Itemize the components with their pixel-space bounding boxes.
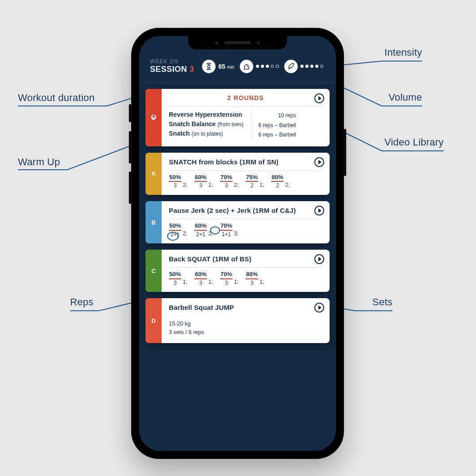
annotation-intensity: Intensity [384, 47, 422, 58]
plain-line-2: 3 sets / 6 reps [169, 328, 322, 337]
app-screen: WEEK 2/5 SESSION 3 65 min [139, 36, 336, 451]
exercise-title: Back SQUAT (1RM of BS) [169, 255, 322, 263]
card-block-d[interactable]: D Barbell Squat JUMP 15-20 kg 3 sets / 6… [145, 298, 330, 343]
annotation-warmup: Warm Up [18, 156, 60, 168]
play-button[interactable] [314, 303, 324, 313]
play-button[interactable] [314, 93, 324, 103]
play-button[interactable] [314, 254, 324, 264]
rounds-label: 2 ROUNDS [169, 94, 322, 101]
rocket-icon [284, 60, 298, 73]
session-title: SESSION 3 [150, 65, 194, 74]
stat-volume [284, 60, 323, 73]
card-block-a[interactable]: A SNATCH from blocks (1RM of SN) 50%32;6… [145, 153, 330, 195]
week-label: WEEK 2/5 [150, 58, 194, 65]
warmup-exercise-names: Reverse Hyperextension Snatch Balance (f… [169, 110, 243, 140]
intensity-dots [256, 65, 279, 68]
plain-line-1: 15-20 kg [169, 320, 322, 328]
phone-frame: WEEK 2/5 SESSION 3 65 min [131, 28, 344, 459]
warmup-exercise-descs: 10 reps 6 reps – Barbell 6 reps – Barbel… [251, 110, 296, 140]
sets-row: 50%32;60%31;70%32;75%21;80%22; [169, 174, 322, 189]
annotation-sets: Sets [372, 296, 392, 308]
play-button[interactable] [314, 157, 324, 167]
block-tag: D [145, 298, 162, 343]
phone-notch [188, 36, 287, 49]
exercise-title: Barbell Squat JUMP [169, 304, 322, 311]
block-tag: C [145, 250, 162, 292]
block-tag: B [145, 201, 162, 243]
stat-intensity [240, 60, 279, 73]
muscle-icon [240, 60, 253, 73]
hourglass-icon [202, 60, 216, 73]
exercise-title: Pause Jerk (2 sec) + Jerk (1RM of C&J) [169, 207, 322, 214]
sets-row: 50%31;60%31;70%31;80%31; [169, 271, 322, 286]
play-button[interactable] [314, 206, 324, 216]
annotation-reps: Reps [70, 296, 93, 308]
card-block-b[interactable]: B Pause Jerk (2 sec) + Jerk (1RM of C&J)… [145, 201, 330, 243]
flame-icon [150, 113, 157, 122]
annotation-video: Video Library [384, 137, 444, 148]
card-warmup[interactable]: 2 ROUNDS Reverse Hyperextension Snatch B… [145, 89, 330, 146]
annotation-duration: Workout duration [18, 92, 95, 104]
warmup-tab [145, 89, 162, 146]
duration-value: 65 min [218, 63, 234, 70]
block-tag: A [145, 153, 162, 195]
workout-list[interactable]: 2 ROUNDS Reverse Hyperextension Snatch B… [139, 83, 336, 355]
card-block-c[interactable]: C Back SQUAT (1RM of BS) 50%31;60%31;70%… [145, 250, 330, 292]
exercise-title: SNATCH from blocks (1RM of SN) [169, 158, 322, 166]
sets-row: 50%2+12;60%2+12;70%1+13; [169, 223, 322, 237]
annotation-volume: Volume [388, 92, 422, 103]
stat-duration: 65 min [202, 60, 234, 73]
volume-dots [300, 65, 323, 68]
